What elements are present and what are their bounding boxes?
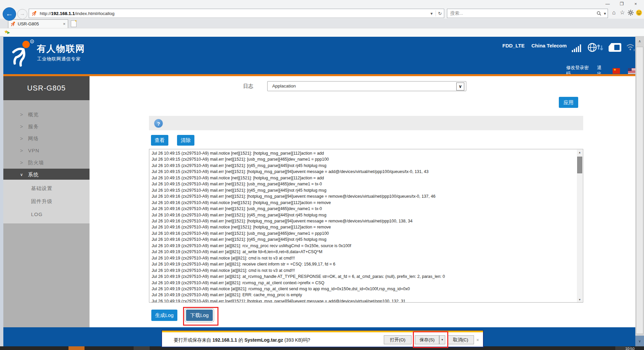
green-arrow-icon xyxy=(7,31,10,34)
search-dropdown-icon[interactable]: ▾ xyxy=(602,11,608,16)
wifi-off-icon: x xyxy=(626,43,636,52)
sidebar-item[interactable]: 服务 xyxy=(3,121,90,133)
url-dropdown-icon[interactable]: ▾ xyxy=(428,11,436,16)
site-header: R 有人物联网 工业物联网通信专家 FDD_LTE China Telecom … xyxy=(3,37,635,74)
sidebar-subitem[interactable]: LOG xyxy=(3,208,90,221)
chevron-icon xyxy=(20,109,28,121)
log-line: Jul 26 10:49:19 (zx297510-A9) mail.err [… xyxy=(152,298,576,303)
flag-canton xyxy=(628,68,632,71)
restore-button[interactable]: ❐ xyxy=(615,1,628,7)
log-line: Jul 26 10:49:19 (zx297510-A9) mail.err [… xyxy=(152,292,576,298)
flag-star-icon: ★ xyxy=(613,68,616,71)
new-tab-button[interactable]: ✦ xyxy=(71,20,76,27)
favorites-bar xyxy=(0,28,644,36)
svg-text:R: R xyxy=(31,40,33,43)
chinese-flag-icon[interactable]: ★ xyxy=(613,68,620,74)
back-button[interactable]: ← xyxy=(3,7,16,21)
sidebar-subitem[interactable]: 固件升级 xyxy=(3,195,90,208)
highlight-box-download xyxy=(183,307,218,326)
taskbar-app[interactable] xyxy=(134,346,150,350)
log-line: Jul 26 10:49:19 (zx297510-A9) mail.err [… xyxy=(152,243,576,249)
svg-text:x: x xyxy=(633,48,635,52)
brand-title: 有人物联网 xyxy=(37,43,85,55)
minimize-button[interactable]: — xyxy=(601,1,614,7)
address-bar[interactable]: http://192.168.1.1/index.html#locallog ▾… xyxy=(29,9,444,18)
log-line: Jul 26 10:49:19 (zx297510-A9) mail.err [… xyxy=(152,249,576,255)
page-scrollbar-thumb[interactable] xyxy=(636,47,643,334)
sidebar-subitem[interactable]: 基础设置 xyxy=(3,182,90,195)
network-mode-label: FDD_LTE xyxy=(502,43,524,48)
log-select-value: Applacation xyxy=(272,83,296,89)
notification-close-icon[interactable]: × xyxy=(476,337,479,343)
tab-title: USR-G805 xyxy=(18,21,63,26)
log-line: Jul 26 10:49:16 (zx297510-A9) mail.err [… xyxy=(152,212,576,218)
log-line: Jul 26 10:49:16 (zx297510-A9) mail.err [… xyxy=(152,236,576,242)
generate-log-button[interactable]: 生成Log xyxy=(151,310,177,321)
sidebar-item[interactable]: 网络 xyxy=(3,133,90,145)
sidebar-item[interactable]: 系统 xyxy=(3,169,90,180)
forward-button[interactable]: → xyxy=(17,9,27,19)
log-line: Jul 26 10:49:15 (zx297510-A9) mail.err [… xyxy=(152,156,576,162)
page-scrollbar[interactable]: ∧ ∨ xyxy=(635,36,644,346)
add-favorite-star-icon[interactable]: ★ xyxy=(4,29,8,35)
log-type-select[interactable]: Applacation ∨ xyxy=(267,81,466,91)
device-name: USR-G805 xyxy=(3,76,90,100)
page-scroll-up-icon[interactable]: ∧ xyxy=(635,37,644,45)
globe-traffic-icon xyxy=(587,42,603,53)
search-placeholder: 搜索... xyxy=(450,10,597,16)
browser-chrome: — ❐ × ← → http://192.168.1.1/index.html#… xyxy=(0,0,644,36)
view-log-button[interactable]: 查看 xyxy=(151,135,168,146)
window-controls: — ❐ × xyxy=(601,1,642,7)
refresh-icon[interactable]: ↻ xyxy=(436,11,444,16)
sidebar-item-label: 概览 xyxy=(28,109,39,121)
tab-usr-g805[interactable]: USR-G805 × xyxy=(8,19,68,28)
cancel-button[interactable]: 取消(C) xyxy=(447,335,474,344)
feedback-smiley-icon[interactable] xyxy=(636,9,642,16)
sidebar: USR-G805 概览 服务 网络 VPN xyxy=(3,76,90,327)
sidebar-item[interactable]: VPN xyxy=(3,145,90,157)
new-tab-spark-icon: ✦ xyxy=(74,19,77,23)
sidebar-menu: 概览 服务 网络 VPN 防火墙 系统 xyxy=(3,109,90,180)
log-scrollbar[interactable]: ▲ ▼ xyxy=(577,150,583,303)
sidebar-item[interactable]: 概览 xyxy=(3,109,90,121)
chevron-icon xyxy=(20,157,28,169)
scrollbar-thumb[interactable] xyxy=(577,157,582,173)
tab-favicon-icon xyxy=(11,21,16,26)
close-button[interactable]: × xyxy=(629,1,642,7)
taskbar-active-app[interactable] xyxy=(68,346,85,350)
log-line: Jul 26 10:49:19 (zx297510-A9) mail.notic… xyxy=(152,255,576,261)
scroll-down-icon[interactable]: ▼ xyxy=(577,297,583,303)
tab-bar xyxy=(0,19,644,28)
open-button[interactable]: 打开(O) xyxy=(384,335,412,344)
log-line: Jul 26 10:49:15 (zx297510-A9) mail.notic… xyxy=(152,150,576,156)
apply-button[interactable]: 应用 xyxy=(559,97,578,108)
clear-log-button[interactable]: 清除 xyxy=(177,135,194,146)
brand-subtitle: 工业物联网通信专家 xyxy=(37,56,81,62)
site-favicon-icon xyxy=(32,11,37,16)
favorites-star-icon[interactable]: ☆ xyxy=(619,9,626,16)
log-line: Jul 26 10:49:19 (zx297510-A9) mail.notic… xyxy=(152,286,576,292)
search-input[interactable]: 搜索... ▾ xyxy=(447,9,608,18)
help-icon[interactable]: ? xyxy=(154,119,163,128)
taskbar-clock: 10:50 xyxy=(625,347,635,350)
log-textarea[interactable]: Jul 26 10:49:15 (zx297510-A9) mail.notic… xyxy=(149,149,583,303)
sidebar-item-label: 网络 xyxy=(28,133,39,145)
sidebar-item[interactable]: 防火墙 xyxy=(3,157,90,169)
chevron-icon xyxy=(20,145,28,157)
log-line: Jul 26 10:49:15 (zx297510-A9) mail.err [… xyxy=(152,169,576,175)
help-bar xyxy=(149,116,583,130)
header-accent-stripe xyxy=(3,74,635,76)
url-text: http://192.168.1.1/index.html#locallog xyxy=(40,11,428,16)
sim-card-icon xyxy=(609,42,622,52)
page-scroll-down-icon[interactable]: ∨ xyxy=(635,336,644,346)
home-icon[interactable]: ⌂ xyxy=(611,9,617,16)
select-caret-icon[interactable]: ∨ xyxy=(456,82,464,91)
tab-close-icon[interactable]: × xyxy=(63,21,65,26)
carrier-label: China Telecom xyxy=(531,43,567,48)
search-icon[interactable] xyxy=(597,11,602,16)
usr-logo-icon: R xyxy=(11,39,35,67)
log-line: Jul 26 10:49:16 (zx297510-A9) mail.err [… xyxy=(152,230,576,236)
scroll-up-icon[interactable]: ▲ xyxy=(577,150,583,155)
settings-gear-icon[interactable] xyxy=(627,9,634,16)
us-flag-icon[interactable] xyxy=(628,68,635,74)
